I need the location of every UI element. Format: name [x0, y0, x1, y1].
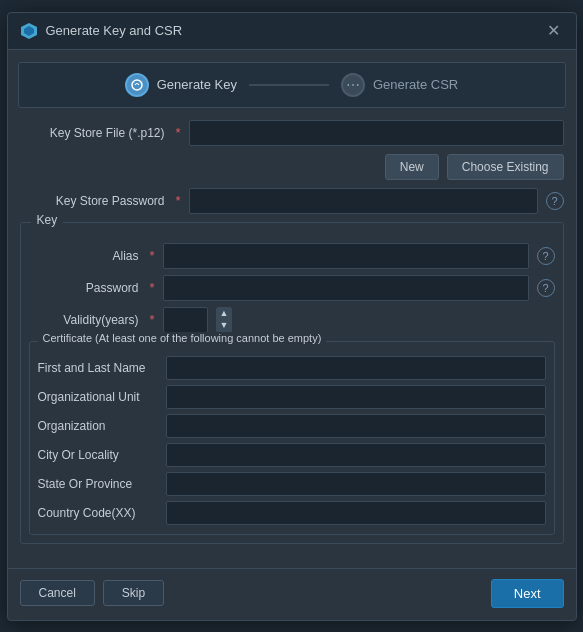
key-store-password-required: * — [176, 193, 181, 208]
alias-label: Alias — [29, 249, 139, 263]
alias-row: Alias * ? — [29, 243, 555, 269]
cert-label-org: Organization — [38, 419, 158, 433]
validity-input[interactable]: 25 — [163, 307, 208, 333]
cert-row-city: City Or Locality — [38, 443, 546, 467]
title-bar: Generate Key and CSR ✕ — [8, 13, 576, 50]
cert-input-state[interactable] — [166, 472, 546, 496]
cert-input-org[interactable] — [166, 414, 546, 438]
step-connector — [249, 84, 329, 86]
cert-input-city[interactable] — [166, 443, 546, 467]
key-password-help-icon[interactable]: ? — [537, 279, 555, 297]
cancel-button[interactable]: Cancel — [20, 580, 95, 606]
validity-row: Validity(years) * 25 ▲ ▼ — [29, 307, 555, 333]
cert-label-city: City Or Locality — [38, 448, 158, 462]
validity-label: Validity(years) — [29, 313, 139, 327]
alias-help-icon[interactable]: ? — [537, 247, 555, 265]
certificate-section: Certificate (At least one of the followi… — [29, 341, 555, 535]
key-store-password-help-icon[interactable]: ? — [546, 192, 564, 210]
validity-spinner: ▲ ▼ — [216, 307, 233, 333]
cert-row-org: Organization — [38, 414, 546, 438]
key-store-file-row: Key Store File (*.p12) * — [20, 120, 564, 146]
dialog-footer: Cancel Skip Next — [8, 568, 576, 620]
validity-decrement[interactable]: ▼ — [217, 320, 232, 332]
alias-input[interactable] — [163, 243, 529, 269]
cert-row-country: Country Code(XX) — [38, 501, 546, 525]
step1-label: Generate Key — [157, 77, 237, 92]
step1-circle — [125, 73, 149, 97]
step-generate-key: Generate Key — [125, 73, 237, 97]
close-button[interactable]: ✕ — [543, 21, 564, 41]
key-store-file-input[interactable] — [189, 120, 564, 146]
cert-input-org-unit[interactable] — [166, 385, 546, 409]
footer-left-buttons: Cancel Skip — [20, 580, 165, 606]
new-button[interactable]: New — [385, 154, 439, 180]
key-password-required: * — [150, 280, 155, 295]
cert-input-country[interactable] — [166, 501, 546, 525]
step2-circle: ⋯ — [341, 73, 365, 97]
key-store-file-required: * — [176, 125, 181, 140]
cert-label-state: State Or Province — [38, 477, 158, 491]
next-button[interactable]: Next — [491, 579, 564, 608]
cert-label-org-unit: Organizational Unit — [38, 390, 158, 404]
cert-row-first-last-name: First and Last Name — [38, 356, 546, 380]
key-password-input[interactable] — [163, 275, 529, 301]
certificate-legend: Certificate (At least one of the followi… — [38, 332, 327, 344]
step2-icon: ⋯ — [346, 77, 360, 93]
stepper-bar: Generate Key ⋯ Generate CSR — [18, 62, 566, 108]
file-action-buttons: New Choose Existing — [20, 154, 564, 180]
skip-button[interactable]: Skip — [103, 580, 164, 606]
cert-label-first-last-name: First and Last Name — [38, 361, 158, 375]
alias-required: * — [150, 248, 155, 263]
key-password-label: Password — [29, 281, 139, 295]
choose-existing-button[interactable]: Choose Existing — [447, 154, 564, 180]
validity-required: * — [150, 312, 155, 327]
cert-row-state: State Or Province — [38, 472, 546, 496]
key-store-file-label: Key Store File (*.p12) — [20, 126, 165, 140]
step1-icon — [130, 78, 144, 92]
step2-label: Generate CSR — [373, 77, 458, 92]
key-password-row: Password * ? — [29, 275, 555, 301]
cert-input-first-last-name[interactable] — [166, 356, 546, 380]
key-store-password-row: Key Store Password * ? — [20, 188, 564, 214]
key-section: Key Alias * ? Password * ? Va — [20, 222, 564, 544]
dialog-title: Generate Key and CSR — [46, 23, 183, 38]
generate-key-csr-dialog: Generate Key and CSR ✕ Generate Key ⋯ Ge… — [7, 12, 577, 621]
key-store-password-input[interactable] — [189, 188, 538, 214]
svg-point-2 — [132, 80, 142, 90]
form-body: Key Store File (*.p12) * New Choose Exis… — [8, 120, 576, 564]
key-store-password-label: Key Store Password — [20, 194, 165, 208]
step-generate-csr: ⋯ Generate CSR — [341, 73, 458, 97]
app-icon — [20, 22, 38, 40]
key-section-legend: Key — [31, 213, 64, 227]
cert-row-org-unit: Organizational Unit — [38, 385, 546, 409]
validity-increment[interactable]: ▲ — [217, 308, 232, 320]
cert-label-country: Country Code(XX) — [38, 506, 158, 520]
